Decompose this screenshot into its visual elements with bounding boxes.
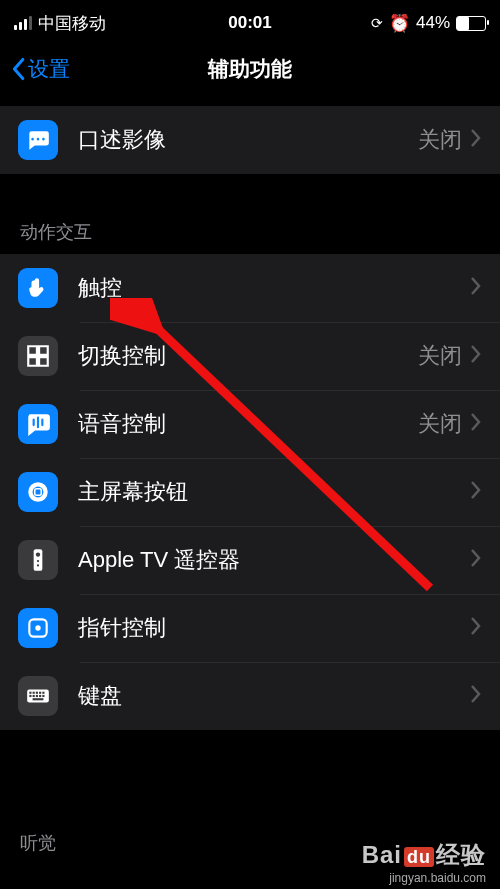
battery-icon [456, 16, 486, 31]
svg-rect-13 [39, 692, 41, 694]
svg-rect-15 [29, 695, 31, 697]
pointer-icon [18, 608, 58, 648]
row-audio-description[interactable]: 口述影像 关闭 [0, 106, 500, 174]
chevron-right-icon [470, 344, 482, 368]
row-pointer-control[interactable]: 指针控制 [0, 594, 500, 662]
svg-rect-17 [36, 695, 38, 697]
svg-point-4 [36, 552, 40, 556]
home-button-icon [18, 472, 58, 512]
svg-rect-14 [42, 692, 44, 694]
chevron-right-icon [470, 616, 482, 640]
row-label: 主屏幕按钮 [78, 477, 470, 507]
row-value: 关闭 [418, 125, 462, 155]
row-keyboard[interactable]: 键盘 [0, 662, 500, 730]
svg-rect-10 [29, 692, 31, 694]
chevron-right-icon [470, 548, 482, 572]
chevron-right-icon [470, 412, 482, 436]
chevron-right-icon [470, 684, 482, 708]
row-switch-control[interactable]: 切换控制 关闭 [0, 322, 500, 390]
status-bar: 中国移动 00:01 ⟳ ⏰ 44% [0, 0, 500, 40]
touch-icon [18, 268, 58, 308]
page-title: 辅助功能 [0, 55, 500, 83]
keyboard-icon [18, 676, 58, 716]
row-label: 口述影像 [78, 125, 418, 155]
svg-rect-19 [42, 695, 44, 697]
row-label: 语音控制 [78, 409, 418, 439]
row-value: 关闭 [418, 409, 462, 439]
screen: 中国移动 00:01 ⟳ ⏰ 44% 设置 辅助功能 口述影像 关闭 动作交互 [0, 0, 500, 889]
status-time: 00:01 [0, 13, 500, 33]
group-header: 听觉 [20, 831, 56, 855]
svg-rect-11 [33, 692, 35, 694]
row-label: Apple TV 遥控器 [78, 545, 470, 575]
list-group: 口述影像 关闭 [0, 106, 500, 174]
svg-rect-20 [33, 698, 44, 700]
row-apple-tv-remote[interactable]: Apple TV 遥控器 [0, 526, 500, 594]
list-group: 动作交互 触控 切换控制 关闭 语音控制 关闭 [0, 220, 500, 730]
chevron-right-icon [470, 480, 482, 504]
svg-rect-12 [36, 692, 38, 694]
chevron-right-icon [470, 276, 482, 300]
svg-rect-18 [39, 695, 41, 697]
chevron-right-icon [470, 128, 482, 152]
nav-bar: 设置 辅助功能 [0, 40, 500, 98]
row-label: 键盘 [78, 681, 470, 711]
svg-rect-16 [33, 695, 35, 697]
row-voice-control[interactable]: 语音控制 关闭 [0, 390, 500, 458]
voice-icon [18, 404, 58, 444]
row-label: 触控 [78, 273, 470, 303]
svg-point-8 [35, 625, 40, 630]
row-value: 关闭 [418, 341, 462, 371]
row-home-button[interactable]: 主屏幕按钮 [0, 458, 500, 526]
row-label: 指针控制 [78, 613, 470, 643]
svg-point-6 [37, 564, 39, 566]
svg-point-5 [37, 560, 39, 562]
group-header: 动作交互 [0, 220, 500, 254]
row-touch[interactable]: 触控 [0, 254, 500, 322]
speech-bubble-icon [18, 120, 58, 160]
row-label: 切换控制 [78, 341, 418, 371]
remote-icon [18, 540, 58, 580]
grid-icon [18, 336, 58, 376]
watermark: Baidu经验 jingyan.baidu.com [362, 839, 486, 885]
